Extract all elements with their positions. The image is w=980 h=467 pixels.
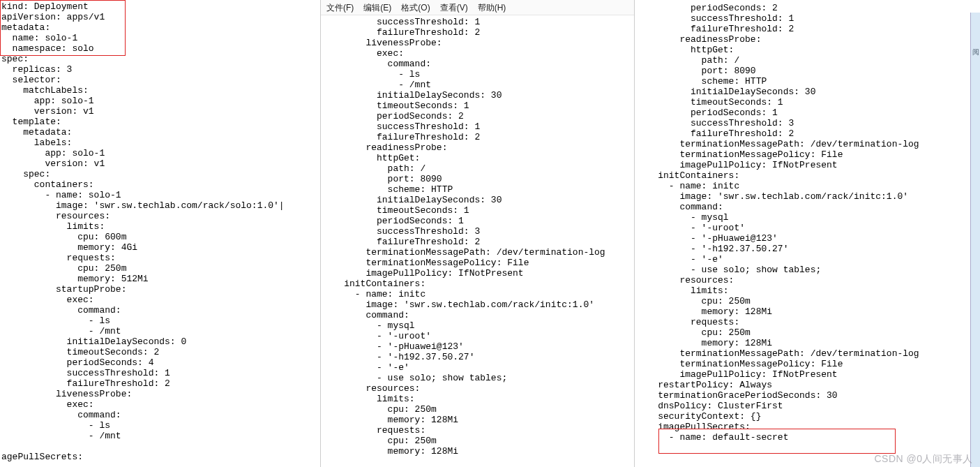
editor-pane-right: periodSeconds: 2 successThreshold: 1 fai… (635, 0, 970, 467)
menu-help[interactable]: 帮助(H) (478, 0, 506, 15)
yaml-code-right[interactable]: periodSeconds: 2 successThreshold: 1 fai… (635, 0, 970, 444)
right-panel-strip: 阅 (970, 13, 980, 467)
editor-pane-left: kind: Deployment apiVersion: apps/v1 met… (0, 0, 321, 467)
editor-pane-middle: 文件(F) 编辑(E) 格式(O) 查看(V) 帮助(H) successThr… (321, 0, 635, 467)
csdn-watermark: CSDN @0人间无事人 (874, 454, 973, 464)
menu-edit[interactable]: 编辑(E) (363, 0, 391, 15)
menu-file[interactable]: 文件(F) (326, 0, 354, 15)
right-panel-char: 阅 (971, 47, 980, 58)
right-white-divider (967, 13, 970, 467)
menu-view[interactable]: 查看(V) (440, 0, 468, 15)
menu-format[interactable]: 格式(O) (401, 0, 430, 15)
yaml-code-middle[interactable]: successThreshold: 1 failureThreshold: 2 … (321, 15, 634, 458)
yaml-code-left[interactable]: kind: Deployment apiVersion: apps/v1 met… (0, 0, 320, 464)
notepad-menubar: 文件(F) 编辑(E) 格式(O) 查看(V) 帮助(H) (321, 0, 634, 15)
